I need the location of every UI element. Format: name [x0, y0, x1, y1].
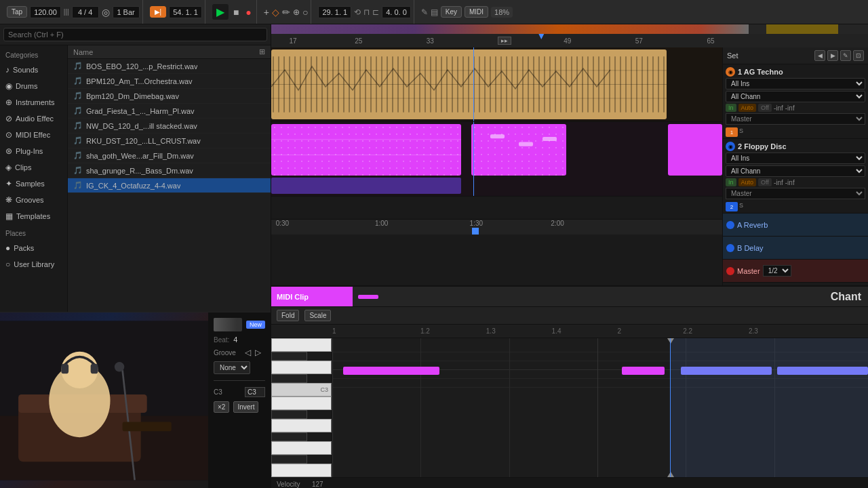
set-btn-2[interactable]: ▶ — [827, 50, 838, 61]
fold-button[interactable]: Fold — [277, 310, 299, 321]
file-item-3[interactable]: 🎵 Grad_Fiesta_1_..._Harm_Pl.wav — [68, 104, 271, 119]
file-name-2: Bpm120_Dm_Dimebag.wav — [86, 92, 179, 100]
key-button[interactable]: Key — [441, 6, 462, 18]
track-1-send-knob[interactable]: 1 — [726, 127, 738, 137]
pink-waveform-2 — [471, 124, 566, 176]
track-2-channel-select[interactable]: All Chann — [726, 165, 865, 177]
piano-key-Ab2[interactable] — [271, 432, 307, 441]
preview-bar — [214, 318, 242, 331]
midi-button[interactable]: MIDI — [465, 6, 488, 18]
file-item-5[interactable]: 🎵 RKU_DST_120_...LL_CRUST.wav — [68, 134, 271, 148]
song-progress-bar[interactable] — [271, 24, 868, 34]
x2-button[interactable]: ×2 — [214, 401, 229, 413]
track-2-auto-btn[interactable]: Auto — [738, 178, 757, 186]
set-btn-1[interactable]: ◀ — [814, 50, 825, 61]
midi-note-2[interactable] — [622, 367, 665, 375]
track-2-power-btn[interactable]: ◉ — [726, 142, 735, 151]
midi-playhead-line — [670, 338, 671, 477]
track-2-off-btn[interactable]: Off — [758, 178, 772, 186]
time-marker-17: 17 — [289, 37, 296, 45]
search-input[interactable] — [3, 28, 267, 41]
pink-clip-3[interactable] — [668, 124, 722, 176]
cat-samples[interactable]: ✦ Samples — [0, 176, 67, 192]
cat-packs[interactable]: ● Packs — [0, 240, 67, 256]
audio-clip-brown[interactable] — [271, 49, 667, 119]
cat-drums[interactable]: ◉ Drums — [0, 78, 67, 94]
groove-select[interactable]: None — [214, 361, 250, 374]
time-marker-57: 57 — [635, 37, 643, 45]
bar-count-display[interactable]: 1 Bar — [113, 6, 140, 18]
master-fraction-select[interactable]: 1/2 — [763, 265, 791, 277]
pink-clip-1[interactable] — [271, 124, 461, 176]
track-2-input-select[interactable]: All Ins — [726, 152, 865, 164]
groove-next-icon[interactable]: ▷ — [255, 348, 261, 357]
cat-grooves[interactable]: ❋ Grooves — [0, 192, 67, 208]
file-item-6[interactable]: 🎵 sha_goth_Wee...ar_Fill_Dm.wav — [68, 148, 271, 163]
track-2-send-knob[interactable]: 2 — [726, 202, 738, 211]
cat-user-library[interactable]: ○ User Library — [0, 256, 67, 272]
cat-templates[interactable]: ▦ Templates — [0, 208, 67, 224]
track-1-power-btn[interactable]: ◉ — [726, 67, 735, 77]
file-name-0: BOS_EBO_120_...p_Restrict.wav — [86, 62, 197, 70]
piano-key-Gb2[interactable] — [271, 455, 307, 464]
piano-key-Eb3[interactable] — [271, 352, 307, 361]
file-item-1[interactable]: 🎵 BPM120_Am_T...Orchestra.wav — [68, 74, 271, 89]
file-item-0[interactable]: 🎵 BOS_EBO_120_...p_Restrict.wav — [68, 59, 271, 74]
groove-prev-icon[interactable]: ◁ — [245, 348, 251, 357]
cat-clips[interactable]: ◈ Clips — [0, 159, 67, 176]
track-1-off-btn[interactable]: Off — [758, 104, 772, 112]
track-1-input-select[interactable]: All Ins — [726, 78, 865, 89]
bpm-display[interactable]: 120.00 — [30, 6, 61, 18]
set-btn-4[interactable]: ⊡ — [853, 50, 864, 61]
browser-search-area — [0, 24, 271, 45]
sort-icon[interactable]: ⊞ — [259, 47, 265, 56]
velocity-panel: Velocity 127 — [271, 477, 868, 488]
file-item-2[interactable]: 🎵 Bpm120_Dm_Dimebag.wav — [68, 89, 271, 104]
track-2-route-select[interactable]: Master — [726, 188, 865, 199]
time-sig-display[interactable]: 4 / 4 — [72, 6, 99, 18]
set-btn-3[interactable]: ✎ — [840, 50, 851, 61]
track-1-channel-select[interactable]: All Chann — [726, 91, 865, 102]
track-1-in-btn[interactable]: In — [726, 104, 736, 112]
cat-audio-effects[interactable]: ⊘ Audio Effec — [0, 110, 67, 127]
quantize-button[interactable]: ▶| — [150, 6, 167, 18]
cat-midi-effects[interactable]: ⊙ MIDI Effec — [0, 127, 67, 143]
track-1-auto-btn[interactable]: Auto — [738, 104, 757, 112]
piano-key-B2[interactable] — [271, 396, 332, 410]
return-a-power-btn[interactable] — [726, 221, 734, 229]
cat-plugins[interactable]: ⊛ Plug-Ins — [0, 143, 67, 159]
track-2-in-btn[interactable]: In — [726, 178, 736, 186]
metronome-icon: ◎ — [102, 7, 110, 18]
piano-key-Bb2[interactable] — [271, 410, 307, 419]
piano-key-D3[interactable] — [271, 361, 332, 374]
stop-button[interactable]: ■ — [231, 7, 241, 18]
piano-key-C3[interactable]: C3 — [271, 383, 332, 396]
piano-key-G2[interactable] — [271, 441, 332, 455]
master-power-btn[interactable] — [726, 267, 734, 275]
midi-note-1[interactable] — [343, 367, 439, 375]
pink-clip-2[interactable] — [471, 124, 566, 176]
velocity-value: 127 — [312, 481, 323, 488]
cat-instruments[interactable]: ⊕ Instruments — [0, 94, 67, 110]
file-item-4[interactable]: 🎵 NW_DG_120_d_...ill stacked.wav — [68, 119, 271, 134]
piano-key-Db3[interactable] — [271, 374, 307, 383]
svg-rect-12 — [0, 321, 208, 480]
piano-key-E3[interactable] — [271, 338, 332, 352]
piano-key-F2[interactable] — [271, 464, 332, 477]
track-1-route-select[interactable]: Master — [726, 113, 865, 125]
midi-marker-14: 1.4 — [552, 327, 561, 335]
cat-sounds[interactable]: ♪ Sounds — [0, 62, 67, 78]
record-button[interactable]: ● — [243, 7, 253, 18]
piano-key-A2[interactable] — [271, 419, 332, 432]
return-b-power-btn[interactable] — [726, 244, 734, 252]
c3-input[interactable] — [245, 387, 265, 397]
midi-notes-area[interactable] — [332, 338, 868, 477]
tap-button[interactable]: Tap — [7, 6, 27, 18]
file-item-7[interactable]: 🎵 sha_grunge_R..._Bass_Dm.wav — [68, 163, 271, 178]
file-item-8[interactable]: 🎵 IG_CK_4_Octafuzz_4-4.wav — [68, 178, 271, 193]
midi-marker-23: 2.3 — [749, 327, 758, 335]
invert-button[interactable]: Invert — [233, 401, 258, 413]
scale-button[interactable]: Scale — [304, 310, 331, 321]
position-display: 54. 1. 1 — [169, 6, 202, 18]
play-button[interactable]: ▶ — [212, 4, 229, 20]
